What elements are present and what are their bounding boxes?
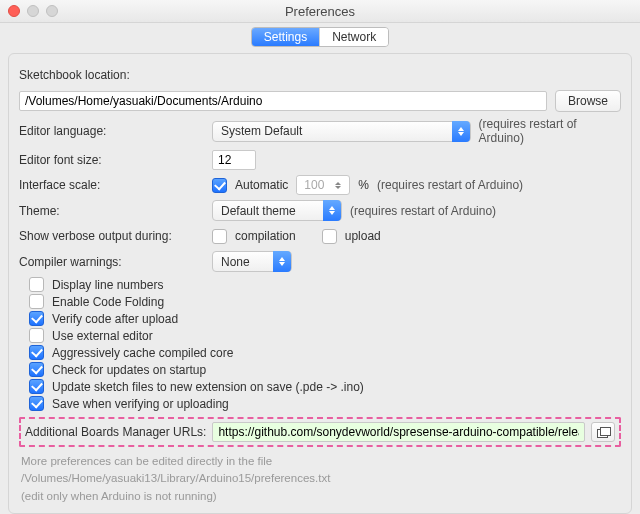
chevron-updown-icon (273, 251, 291, 272)
option-label: Enable Code Folding (52, 295, 164, 309)
option-checkbox[interactable] (29, 328, 44, 343)
footer-line1: More preferences can be edited directly … (21, 453, 619, 470)
option-label: Display line numbers (52, 278, 163, 292)
scale-note: (requires restart of Arduino) (377, 178, 523, 192)
options-list: Display line numbersEnable Code FoldingV… (19, 277, 621, 411)
theme-value: Default theme (221, 204, 323, 218)
editor-language-label: Editor language: (19, 124, 204, 138)
editor-language-select[interactable]: System Default (212, 121, 471, 142)
tab-segmented: Settings Network (251, 27, 389, 47)
option-label: Verify code after upload (52, 312, 178, 326)
option-row: Use external editor (29, 328, 621, 343)
option-checkbox[interactable] (29, 277, 44, 292)
compilation-checkbox[interactable] (212, 229, 227, 244)
option-label: Save when verifying or uploading (52, 397, 229, 411)
editor-fontsize-label: Editor font size: (19, 153, 204, 167)
settings-panel: Sketchbook location: Browse Editor langu… (8, 53, 632, 514)
tab-network[interactable]: Network (320, 28, 388, 46)
upload-label: upload (345, 229, 381, 243)
verbose-label: Show verbose output during: (19, 229, 204, 243)
option-label: Update sketch files to new extension on … (52, 380, 364, 394)
compilation-label: compilation (235, 229, 296, 243)
editor-language-note: (requires restart of Arduino) (479, 117, 621, 145)
option-checkbox[interactable] (29, 396, 44, 411)
option-row: Verify code after upload (29, 311, 621, 326)
footer-note: More preferences can be edited directly … (21, 453, 619, 505)
scale-stepper[interactable] (296, 175, 350, 195)
option-checkbox[interactable] (29, 345, 44, 360)
interface-scale-label: Interface scale: (19, 178, 204, 192)
boards-urls-row: Additional Boards Manager URLs: (19, 417, 621, 447)
footer-line3: (edit only when Arduino is not running) (21, 488, 619, 505)
tab-settings[interactable]: Settings (252, 28, 320, 46)
option-checkbox[interactable] (29, 379, 44, 394)
compiler-warnings-label: Compiler warnings: (19, 255, 204, 269)
window-title: Preferences (0, 4, 640, 19)
browse-button[interactable]: Browse (555, 90, 621, 112)
option-checkbox[interactable] (29, 311, 44, 326)
editor-fontsize-input[interactable] (212, 150, 256, 170)
option-row: Enable Code Folding (29, 294, 621, 309)
option-checkbox[interactable] (29, 294, 44, 309)
automatic-checkbox[interactable] (212, 178, 227, 193)
option-label: Aggressively cache compiled core (52, 346, 233, 360)
upload-checkbox[interactable] (322, 229, 337, 244)
option-row: Check for updates on startup (29, 362, 621, 377)
option-row: Display line numbers (29, 277, 621, 292)
tab-bar: Settings Network (0, 23, 640, 53)
option-label: Use external editor (52, 329, 153, 343)
scale-percent: % (358, 178, 369, 192)
expand-urls-button[interactable] (591, 422, 615, 442)
boards-urls-input[interactable] (212, 422, 585, 442)
footer-line2: /Volumes/Home/yasuaki13/Library/Arduino1… (21, 470, 619, 487)
chevron-updown-icon (323, 200, 341, 221)
theme-select[interactable]: Default theme (212, 200, 342, 221)
automatic-label: Automatic (235, 178, 288, 192)
theme-note: (requires restart of Arduino) (350, 204, 496, 218)
compiler-warnings-value: None (221, 255, 273, 269)
theme-label: Theme: (19, 204, 204, 218)
titlebar: Preferences (0, 0, 640, 23)
option-row: Update sketch files to new extension on … (29, 379, 621, 394)
compiler-warnings-select[interactable]: None (212, 251, 292, 272)
option-checkbox[interactable] (29, 362, 44, 377)
chevron-updown-icon (452, 121, 470, 142)
option-label: Check for updates on startup (52, 363, 206, 377)
option-row: Aggressively cache compiled core (29, 345, 621, 360)
sketchbook-path-input[interactable] (19, 91, 547, 111)
editor-language-value: System Default (221, 124, 452, 138)
scale-value (297, 177, 331, 193)
sketchbook-label: Sketchbook location: (19, 68, 130, 82)
window-stack-icon (597, 427, 609, 437)
option-row: Save when verifying or uploading (29, 396, 621, 411)
boards-urls-label: Additional Boards Manager URLs: (25, 425, 206, 439)
